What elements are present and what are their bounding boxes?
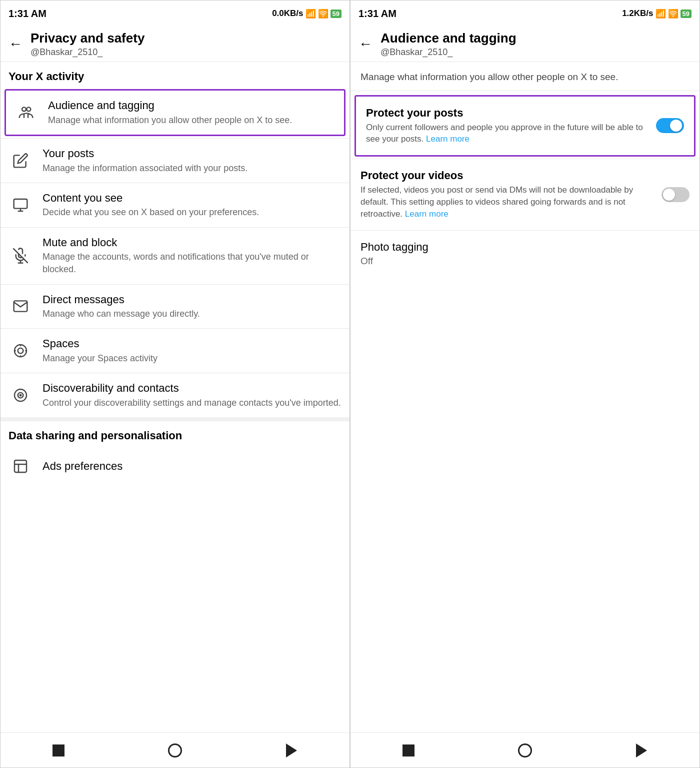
- wifi-icon-r: 🛜: [668, 9, 678, 19]
- signal-icon-r: 📶: [656, 9, 666, 19]
- menu-item-audience-tagging[interactable]: Audience and tagging Manage what informa…: [4, 89, 346, 136]
- menu-desc-spaces: Manage your Spaces activity: [42, 352, 342, 365]
- menu-desc-mute: Manage the accounts, words and notificat…: [42, 251, 342, 276]
- svg-point-0: [22, 107, 26, 111]
- svg-rect-2: [14, 199, 28, 209]
- ads-icon: [8, 454, 32, 478]
- nav-back-right[interactable]: [632, 741, 650, 759]
- right-phone: 1:31 AM 1.2KB/s 📶 🛜 59 ← Audience and ta…: [350, 0, 700, 768]
- menu-text-content: Content you see Decide what you see on X…: [42, 191, 342, 219]
- header-text-left: Privacy and safety @Bhaskar_2510_: [30, 31, 144, 58]
- username-right: @Bhaskar_2510_: [380, 47, 516, 58]
- header-left: ← Privacy and safety @Bhaskar_2510_: [0, 25, 350, 62]
- toggle-protect-posts[interactable]: [656, 118, 684, 133]
- setting-desc-videos: If selected, videos you post or send via…: [360, 184, 654, 220]
- setting-protect-posts[interactable]: Protect your posts Only current follower…: [354, 95, 696, 157]
- status-bar-right: 1:31 AM 1.2KB/s 📶 🛜 59: [350, 1, 700, 25]
- menu-item-ads[interactable]: Ads preferences: [0, 446, 350, 486]
- menu-text-discover: Discoverability and contacts Control you…: [42, 381, 342, 409]
- menu-title-posts: Your posts: [42, 147, 342, 161]
- menu-text-audience: Audience and tagging Manage what informa…: [48, 99, 336, 127]
- time-left: 1:31 AM: [8, 8, 46, 20]
- svg-point-9: [14, 345, 26, 357]
- photo-tag-title: Photo tagging: [360, 241, 690, 254]
- menu-desc-discover: Control your discoverability settings an…: [42, 397, 342, 409]
- content-right: Manage what information you allow other …: [350, 62, 700, 767]
- menu-item-your-posts[interactable]: Your posts Manage the information associ…: [0, 139, 350, 183]
- message-icon: [8, 294, 32, 318]
- learn-more-posts-link[interactable]: Learn more: [426, 134, 470, 144]
- bottom-nav-right: [350, 732, 700, 767]
- setting-text-videos: Protect your videos If selected, videos …: [360, 169, 654, 220]
- battery-left: 59: [330, 10, 342, 18]
- menu-text-posts: Your posts Manage the information associ…: [42, 147, 342, 175]
- back-button-right[interactable]: ←: [358, 37, 372, 51]
- mute-icon: [8, 244, 32, 268]
- username-left: @Bhaskar_2510_: [30, 47, 144, 58]
- setting-title-posts: Protect your posts: [366, 107, 648, 120]
- photo-tag-value: Off: [360, 256, 690, 267]
- spaces-icon: [8, 339, 32, 363]
- setting-protect-videos[interactable]: Protect your videos If selected, videos …: [350, 159, 700, 230]
- page-title-right: Audience and tagging: [380, 31, 516, 46]
- header-text-right: Audience and tagging @Bhaskar_2510_: [380, 31, 516, 58]
- menu-title-dm: Direct messages: [42, 293, 342, 307]
- menu-text-spaces: Spaces Manage your Spaces activity: [42, 337, 342, 365]
- content-left: Your X activity Audience and tagging M: [0, 62, 350, 767]
- status-icons-left: 0.0KB/s 📶 🛜 59: [272, 9, 342, 19]
- setting-text-posts: Protect your posts Only current follower…: [366, 107, 648, 146]
- left-phone: 1:31 AM 0.0KB/s 📶 🛜 59 ← Privacy and saf…: [0, 0, 350, 768]
- svg-point-12: [20, 395, 22, 396]
- discover-icon: [8, 383, 32, 407]
- battery-right: 59: [680, 10, 692, 18]
- nav-circle-right[interactable]: [516, 741, 534, 759]
- menu-desc-posts: Manage the information associated with y…: [42, 162, 342, 175]
- menu-title-spaces: Spaces: [42, 337, 342, 351]
- menu-desc-content: Decide what you see on X based on your p…: [42, 206, 342, 219]
- back-button-left[interactable]: ←: [8, 37, 22, 51]
- photo-tagging-item[interactable]: Photo tagging Off: [350, 231, 700, 277]
- svg-point-10: [18, 348, 24, 354]
- menu-title-ads: Ads preferences: [42, 459, 342, 474]
- edit-icon: [8, 149, 32, 173]
- menu-item-dm[interactable]: Direct messages Manage who can message y…: [0, 285, 350, 329]
- learn-more-videos-link[interactable]: Learn more: [405, 209, 448, 219]
- setting-title-videos: Protect your videos: [360, 169, 654, 182]
- nav-circle-left[interactable]: [166, 741, 184, 759]
- menu-text-mute: Mute and block Manage the accounts, word…: [42, 236, 342, 276]
- menu-text-dm: Direct messages Manage who can message y…: [42, 293, 342, 321]
- setting-desc-posts: Only current followers and people you ap…: [366, 122, 648, 146]
- section-label-data: Data sharing and personalisation: [0, 421, 350, 446]
- menu-item-discoverability[interactable]: Discoverability and contacts Control you…: [0, 373, 350, 417]
- nav-square-right[interactable]: [400, 741, 418, 759]
- speed-left: 0.0KB/s: [272, 9, 303, 19]
- bottom-nav-left: [0, 732, 350, 767]
- svg-point-1: [26, 107, 30, 111]
- panel-desc: Manage what information you allow other …: [350, 62, 700, 91]
- status-icons-right: 1.2KB/s 📶 🛜 59: [622, 9, 692, 19]
- menu-text-ads: Ads preferences: [42, 459, 342, 474]
- menu-title-mute: Mute and block: [42, 236, 342, 250]
- nav-square-left[interactable]: [50, 741, 68, 759]
- menu-desc-dm: Manage who can message you directly.: [42, 308, 342, 320]
- time-right: 1:31 AM: [358, 8, 396, 20]
- nav-back-left[interactable]: [282, 741, 300, 759]
- menu-title-content: Content you see: [42, 191, 342, 206]
- section-label-activity: Your X activity: [0, 62, 350, 87]
- audience-icon: [14, 101, 38, 125]
- menu-item-mute-block[interactable]: Mute and block Manage the accounts, word…: [0, 228, 350, 284]
- menu-desc-audience: Manage what information you allow other …: [48, 114, 336, 127]
- menu-item-spaces[interactable]: Spaces Manage your Spaces activity: [0, 329, 350, 373]
- toggle-protect-videos[interactable]: [662, 187, 690, 202]
- status-bar-left: 1:31 AM 0.0KB/s 📶 🛜 59: [0, 1, 350, 25]
- content-icon: [8, 193, 32, 217]
- menu-title-audience: Audience and tagging: [48, 99, 336, 113]
- signal-icon: 📶: [306, 9, 316, 19]
- speed-right: 1.2KB/s: [622, 9, 653, 19]
- menu-item-content[interactable]: Content you see Decide what you see on X…: [0, 183, 350, 227]
- svg-rect-13: [14, 460, 26, 472]
- header-right: ← Audience and tagging @Bhaskar_2510_: [350, 25, 700, 62]
- wifi-icon: 🛜: [318, 9, 328, 19]
- page-title-left: Privacy and safety: [30, 31, 144, 46]
- menu-title-discover: Discoverability and contacts: [42, 381, 342, 396]
